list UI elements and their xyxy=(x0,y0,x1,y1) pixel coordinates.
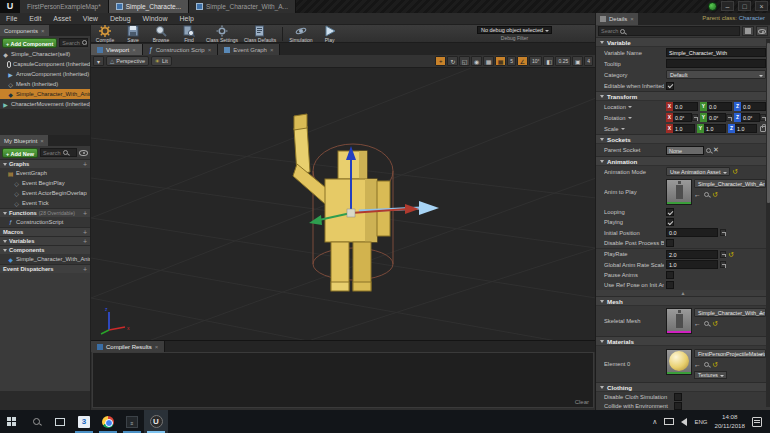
parent-socket-field[interactable]: None xyxy=(666,146,704,155)
camera-speed-button[interactable]: ▣ xyxy=(572,56,583,66)
disable-cloth-checkbox[interactable] xyxy=(674,393,682,401)
disable-post-process-checkbox[interactable] xyxy=(666,239,674,247)
use-selected-asset-icon[interactable]: ← xyxy=(694,320,701,327)
browse-asset-icon[interactable] xyxy=(704,321,709,326)
close-icon[interactable]: × xyxy=(208,47,212,53)
scale-x-field[interactable]: 1.0 xyxy=(673,124,695,133)
tab-construction-script[interactable]: ƒ Construction Scrip × xyxy=(143,44,218,55)
volume-icon[interactable] xyxy=(681,418,687,426)
use-selected-asset-icon[interactable]: ← xyxy=(694,361,701,368)
menu-file[interactable]: File xyxy=(0,15,23,22)
scale-y-field[interactable]: 1.0 xyxy=(704,124,726,133)
clothing-section-header[interactable]: Clothing xyxy=(596,382,770,392)
camera-speed-value[interactable]: 4 xyxy=(584,56,593,66)
add-new-button[interactable]: + Add New xyxy=(2,148,38,158)
window-tab-character-with-anim[interactable]: Simple_Character_With_A... xyxy=(189,0,296,13)
viewport-options-dropdown[interactable]: ▾ xyxy=(93,56,104,66)
character-mesh[interactable] xyxy=(293,114,390,291)
material-dropdown[interactable]: FirstPersonProjectileMaterial xyxy=(694,349,766,358)
simulation-button[interactable]: Simulation xyxy=(289,25,312,43)
perspective-dropdown[interactable]: △ Perspective xyxy=(106,56,149,66)
tab-event-graph[interactable]: Event Graph × xyxy=(218,44,280,55)
display-filter-button[interactable] xyxy=(756,26,768,36)
close-icon[interactable]: × xyxy=(630,16,634,22)
add-function-button[interactable]: + xyxy=(83,210,87,217)
collide-environment-checkbox[interactable] xyxy=(674,402,682,410)
anim-asset-thumbnail[interactable] xyxy=(666,179,692,205)
chevron-down-icon[interactable] xyxy=(628,106,632,108)
clear-log-button[interactable]: Clear xyxy=(575,399,589,405)
components-search-input[interactable]: Search xyxy=(59,38,88,47)
component-row-mesh[interactable]: ◇ Mesh (Inherited) xyxy=(0,79,90,89)
animation-mode-dropdown[interactable]: Use Animation Asset xyxy=(666,167,730,176)
window-tab-map[interactable]: FirstPersonExampleMap* xyxy=(20,0,109,13)
material-thumbnail[interactable] xyxy=(666,349,692,375)
component-row-arrow[interactable]: ▶ ArrowComponent (Inherited) xyxy=(0,69,90,79)
network-icon[interactable] xyxy=(664,418,674,425)
variables-section-header[interactable]: Variables + xyxy=(0,236,90,245)
taskbar-app-editor[interactable]: ≡ xyxy=(120,410,144,433)
use-selected-asset-icon[interactable]: ← xyxy=(694,191,701,198)
scale-snap-value[interactable]: 0.25 xyxy=(555,56,571,66)
component-row-selected-anim[interactable]: ◆ Simple_Character_With_Animatio xyxy=(0,89,90,99)
scale-snap-toggle-button[interactable]: ◧ xyxy=(543,56,554,66)
spinner-icon[interactable] xyxy=(726,114,732,121)
class-defaults-button[interactable]: Class Defaults xyxy=(244,25,276,43)
menu-debug[interactable]: Debug xyxy=(104,15,137,22)
tab-viewport[interactable]: Viewport × xyxy=(91,44,143,55)
rotation-x-field[interactable]: 0.0° xyxy=(673,113,692,122)
compile-button[interactable]: ? Compile xyxy=(94,25,116,43)
skeletal-mesh-thumbnail[interactable] xyxy=(666,308,692,334)
menu-window[interactable]: Window xyxy=(137,15,174,22)
reset-to-default-icon[interactable]: ↺ xyxy=(728,251,734,258)
close-button[interactable]: × xyxy=(755,1,768,11)
variable-section-header[interactable]: Variable xyxy=(596,37,770,47)
scale-z-field[interactable]: 1.0 xyxy=(735,124,757,133)
play-rate-field[interactable]: 2.0 xyxy=(666,250,718,259)
close-icon[interactable]: × xyxy=(155,344,159,350)
start-button[interactable] xyxy=(0,410,24,433)
category-dropdown[interactable]: Default xyxy=(666,70,766,79)
browse-button[interactable]: Browse xyxy=(150,25,172,43)
components-section-header[interactable]: Components xyxy=(0,245,90,254)
event-actorbeginoverlap-row[interactable]: ◇ Event ActorBeginOverlap xyxy=(0,188,90,198)
scrollbar-thumb[interactable] xyxy=(767,43,770,203)
event-beginplay-row[interactable]: ◇ Event BeginPlay xyxy=(0,178,90,188)
find-button[interactable]: Find xyxy=(178,25,200,43)
component-row-movement[interactable]: ▶ CharacterMovement (Inherited) xyxy=(0,99,90,109)
my-blueprint-tab[interactable]: My Blueprint × xyxy=(0,135,48,146)
location-x-field[interactable]: 0.0 xyxy=(673,102,698,111)
play-button[interactable]: Play xyxy=(319,25,341,43)
clock[interactable]: 14:08 20/11/2018 xyxy=(714,413,745,430)
event-tick-row[interactable]: ◇ Event Tick xyxy=(0,198,90,208)
editable-when-inherited-checkbox[interactable] xyxy=(666,82,674,90)
taskbar-app-unreal[interactable]: U xyxy=(144,410,168,433)
pause-anims-checkbox[interactable] xyxy=(666,271,674,279)
taskbar-app-chrome[interactable] xyxy=(96,410,120,433)
spinner-icon[interactable] xyxy=(720,251,726,258)
details-scrollbar[interactable] xyxy=(766,39,770,407)
looping-checkbox[interactable] xyxy=(666,208,674,216)
grid-snap-toggle-button[interactable]: ▦ xyxy=(495,56,506,66)
add-macro-button[interactable]: + xyxy=(83,229,87,236)
component-row-capsule[interactable]: CapsuleComponent (Inherited) xyxy=(0,59,90,69)
location-z-field[interactable]: 0.0 xyxy=(741,102,766,111)
taskbar-search-button[interactable] xyxy=(24,410,48,433)
construction-script-row[interactable]: ƒ ConstructionScript xyxy=(0,217,90,227)
textures-dropdown-button[interactable]: Textures xyxy=(694,371,727,379)
details-search-input[interactable]: Search xyxy=(598,26,740,36)
macros-section-header[interactable]: Macros + xyxy=(0,227,90,236)
compiler-results-log[interactable]: Clear xyxy=(92,352,594,408)
initial-position-field[interactable]: 0.0 xyxy=(666,228,718,237)
add-dispatcher-button[interactable]: + xyxy=(83,266,87,273)
property-matrix-button[interactable] xyxy=(742,26,754,36)
chevron-down-icon[interactable] xyxy=(628,117,632,119)
spinner-icon[interactable] xyxy=(692,114,698,121)
transform-section-header[interactable]: Transform xyxy=(596,91,770,101)
window-tab-character-blueprint[interactable]: Simple_Characte... xyxy=(109,0,189,13)
browse-asset-icon[interactable] xyxy=(704,192,709,197)
materials-section-header[interactable]: Materials xyxy=(596,336,770,346)
reset-to-default-icon[interactable]: ↺ xyxy=(712,361,718,368)
language-indicator[interactable]: ENG xyxy=(694,419,707,425)
add-variable-button[interactable]: + xyxy=(83,238,87,245)
